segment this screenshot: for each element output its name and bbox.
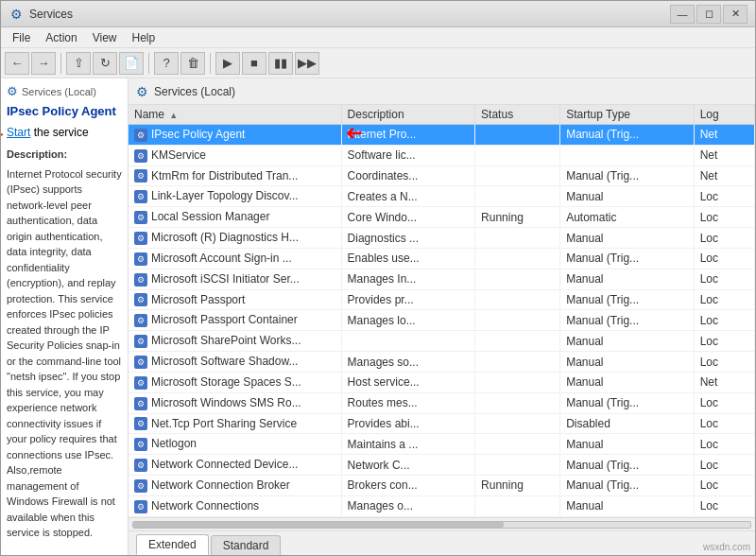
service-icon: ⚙ bbox=[134, 232, 147, 245]
table-row[interactable]: ⚙Microsoft iSCSI Initiator Ser...Manages… bbox=[129, 269, 755, 289]
restart-btn[interactable]: ▶▶ bbox=[295, 52, 319, 75]
table-row[interactable]: ⚙Microsoft Windows SMS Ro...Routes mes..… bbox=[129, 392, 755, 413]
cell-desc: Manages lo... bbox=[341, 310, 475, 331]
cell-startup bbox=[560, 145, 695, 165]
col-header-startup[interactable]: Startup Type bbox=[560, 105, 695, 125]
table-row[interactable]: ⚙KtmRm for Distributed Tran...Coordinate… bbox=[129, 165, 755, 186]
cell-status bbox=[475, 495, 560, 516]
menu-action[interactable]: Action bbox=[38, 29, 84, 46]
help-btn[interactable]: ? bbox=[154, 52, 179, 75]
minimize-button[interactable]: — bbox=[670, 5, 695, 24]
service-name: Network Connected Device... bbox=[151, 458, 298, 471]
cell-startup: Manual (Trig... bbox=[560, 455, 695, 476]
col-header-status[interactable]: Status bbox=[475, 105, 560, 125]
start-service-area: ➜ Start the service bbox=[7, 126, 122, 139]
cell-desc: Creates a N... bbox=[341, 186, 475, 207]
cell-log: Loc bbox=[694, 495, 754, 516]
table-row[interactable]: ⚙Local Session ManagerCore Windo...Runni… bbox=[129, 207, 755, 228]
forward-button[interactable]: → bbox=[31, 52, 56, 75]
service-name: Microsoft Storage Spaces S... bbox=[151, 375, 301, 389]
back-button[interactable]: ← bbox=[5, 52, 29, 75]
horizontal-scrollbar[interactable] bbox=[129, 517, 755, 530]
cell-status bbox=[475, 289, 560, 310]
stop-btn[interactable]: ■ bbox=[242, 52, 266, 75]
table-row[interactable]: ⚙Network Connected Device...Network C...… bbox=[129, 455, 755, 476]
cell-name: ⚙IPsec Policy Agent bbox=[129, 125, 341, 146]
menu-help[interactable]: Help bbox=[125, 29, 163, 46]
table-row[interactable]: ⚙Network Connection BrokerBrokers con...… bbox=[129, 476, 755, 496]
col-header-description[interactable]: Description bbox=[341, 105, 475, 125]
cell-status bbox=[475, 145, 560, 165]
service-name: Microsoft (R) Diagnostics H... bbox=[151, 231, 299, 244]
table-header-row: Name ▲ Description Status Startup Type L… bbox=[129, 105, 755, 125]
col-header-name[interactable]: Name ▲ bbox=[129, 105, 341, 125]
cell-log: Loc bbox=[694, 289, 754, 310]
table-row[interactable]: ⚙Link-Layer Topology Discov...Creates a … bbox=[129, 186, 755, 207]
service-icon: ⚙ bbox=[134, 417, 147, 430]
h-scroll-track[interactable] bbox=[132, 521, 751, 529]
table-row[interactable]: ⚙Microsoft Account Sign-in ...Enables us… bbox=[129, 248, 755, 269]
cell-startup: Manual (Trig... bbox=[560, 310, 695, 331]
cell-log: Loc bbox=[694, 269, 754, 289]
col-header-log[interactable]: Log bbox=[694, 105, 754, 125]
table-row[interactable]: ⚙Microsoft Passport ContainerManages lo.… bbox=[129, 310, 755, 331]
tab-extended[interactable]: Extended bbox=[136, 534, 209, 555]
cell-startup: Manual (Trig... bbox=[560, 516, 695, 517]
cell-log: Net bbox=[694, 145, 754, 165]
up-button[interactable]: ⇧ bbox=[66, 52, 91, 75]
services-local-icon: ⚙ bbox=[136, 84, 148, 99]
cell-desc: Coordinates... bbox=[341, 165, 475, 186]
cell-name: ⚙Netlogon bbox=[129, 434, 341, 455]
cell-desc: Routes mes... bbox=[341, 392, 475, 413]
start-service-link[interactable]: Start bbox=[7, 126, 30, 139]
services-table-container[interactable]: Name ▲ Description Status Startup Type L… bbox=[129, 105, 755, 517]
cell-desc: Enables use... bbox=[341, 248, 475, 269]
table-row[interactable]: ⚙Microsoft (R) Diagnostics H...Diagnosti… bbox=[129, 228, 755, 249]
service-icon: ⚙ bbox=[134, 397, 147, 410]
right-panel-title: Services (Local) bbox=[154, 85, 235, 98]
cell-status: Running bbox=[475, 207, 560, 228]
services-table: Name ▲ Description Status Startup Type L… bbox=[129, 105, 755, 517]
cell-desc: Provides abi... bbox=[341, 413, 475, 434]
table-row[interactable]: ⚙KMServiceSoftware lic...Net bbox=[129, 145, 755, 165]
pause-btn[interactable]: ▮▮ bbox=[268, 52, 293, 75]
table-row[interactable]: ⚙Microsoft PassportProvides pr...Manual … bbox=[129, 289, 755, 310]
h-scroll-thumb[interactable] bbox=[133, 522, 504, 528]
table-row[interactable]: ⚙Net.Tcp Port Sharing ServiceProvides ab… bbox=[129, 413, 755, 434]
table-row[interactable]: ⚙IPsec Policy AgentInternet Pro...Manual… bbox=[129, 125, 755, 146]
table-row[interactable]: ⚙NetlogonMaintains a ...ManualLoc bbox=[129, 434, 755, 455]
cell-desc bbox=[341, 331, 475, 352]
title-bar: ⚙ Services — ◻ ✕ bbox=[1, 1, 755, 27]
play-btn[interactable]: ▶ bbox=[215, 52, 240, 75]
watermark: wsxdn.com bbox=[703, 542, 750, 552]
arrow-annotation-left: ➜ bbox=[1, 124, 4, 145]
table-row[interactable]: ⚙Microsoft SharePoint Works...ManualLoc bbox=[129, 331, 755, 352]
cell-startup: Manual bbox=[560, 331, 695, 352]
cell-log: Loc bbox=[694, 413, 754, 434]
service-name: Microsoft iSCSI Initiator Ser... bbox=[151, 272, 300, 286]
table-row[interactable]: ⚙Network ConnectionsManages o...ManualLo… bbox=[129, 495, 755, 516]
cell-status: Running bbox=[475, 476, 560, 496]
tab-standard[interactable]: Standard bbox=[211, 535, 282, 555]
maximize-button[interactable]: ◻ bbox=[696, 5, 721, 24]
cell-log: Net bbox=[694, 165, 754, 186]
window-title: Services bbox=[29, 8, 670, 21]
menu-file[interactable]: File bbox=[5, 29, 38, 46]
service-icon: ⚙ bbox=[134, 479, 147, 493]
table-row[interactable]: ⚙Microsoft Software Shadow...Manages so.… bbox=[129, 352, 755, 373]
menu-view[interactable]: View bbox=[85, 29, 125, 46]
close-button[interactable]: ✕ bbox=[723, 5, 747, 24]
service-name: KMService bbox=[151, 148, 206, 162]
delete-btn[interactable]: 🗑 bbox=[180, 52, 205, 75]
cell-startup: Disabled bbox=[560, 413, 695, 434]
export-btn[interactable]: 📄 bbox=[119, 52, 144, 75]
table-row[interactable]: ⚙Network Connectivity Assis...Provides D… bbox=[129, 516, 755, 517]
service-icon: ⚙ bbox=[134, 314, 147, 327]
link-suffix: the service bbox=[30, 126, 88, 139]
cell-startup: Manual bbox=[560, 372, 695, 392]
cell-status bbox=[475, 125, 560, 146]
table-row[interactable]: ⚙Microsoft Storage Spaces S...Host servi… bbox=[129, 372, 755, 392]
refresh-btn[interactable]: ↻ bbox=[93, 52, 117, 75]
right-panel-header: ⚙ Services (Local) bbox=[129, 78, 755, 105]
cell-status bbox=[475, 269, 560, 289]
